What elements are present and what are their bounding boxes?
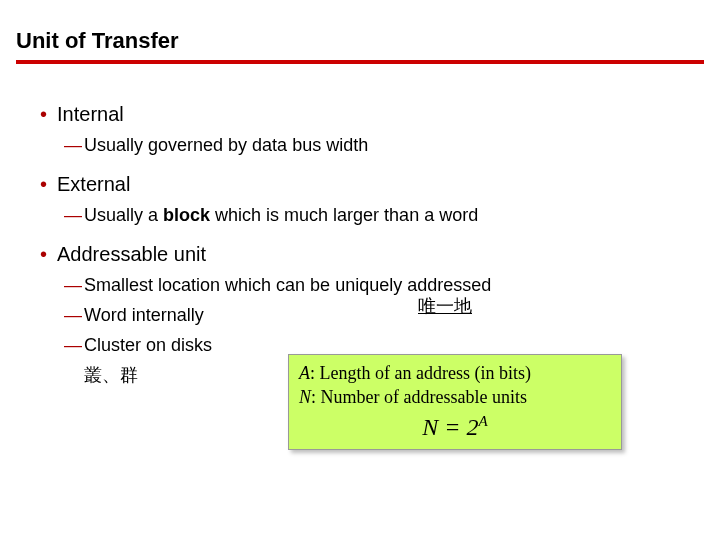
annotation-unique: 唯一地 (418, 294, 472, 318)
sub-item: — Usually governed by data bus width (64, 132, 704, 158)
bullet-label: Addressable unit (57, 240, 206, 268)
bullet-dot-icon: • (40, 100, 47, 128)
bullet-label: External (57, 170, 130, 198)
sub-text: Usually governed by data bus width (84, 132, 368, 158)
sub-text: Cluster on disks (84, 332, 212, 358)
sub-item: — Usually a block which is much larger t… (64, 202, 704, 228)
dash-icon: — (64, 302, 82, 328)
sub-item: — Smallest location which can be uniquel… (64, 272, 704, 298)
bullet-dot-icon: • (40, 170, 47, 198)
slide-title: Unit of Transfer (16, 28, 704, 64)
bullet-external: • External (40, 170, 704, 198)
bullet-dot-icon: • (40, 240, 47, 268)
bullet-label: Internal (57, 100, 124, 128)
sub-text: Usually a block which is much larger tha… (84, 202, 478, 228)
bullet-addressable: • Addressable unit (40, 240, 704, 268)
formula-box: A: Length of an address (in bits) N: Num… (288, 354, 622, 450)
sub-item: — Word internally (64, 302, 704, 328)
dash-icon: — (64, 132, 82, 158)
dash-icon: — (64, 202, 82, 228)
slide-content: • Internal — Usually governed by data bu… (16, 100, 704, 388)
sub-text: Word internally (84, 302, 204, 328)
formula-equation: N = 2A (299, 413, 611, 441)
dash-icon: — (64, 272, 82, 298)
formula-line-a: A: Length of an address (in bits) (299, 361, 611, 385)
bullet-internal: • Internal (40, 100, 704, 128)
formula-line-n: N: Number of addressable units (299, 385, 611, 409)
dash-icon: — (64, 332, 82, 358)
